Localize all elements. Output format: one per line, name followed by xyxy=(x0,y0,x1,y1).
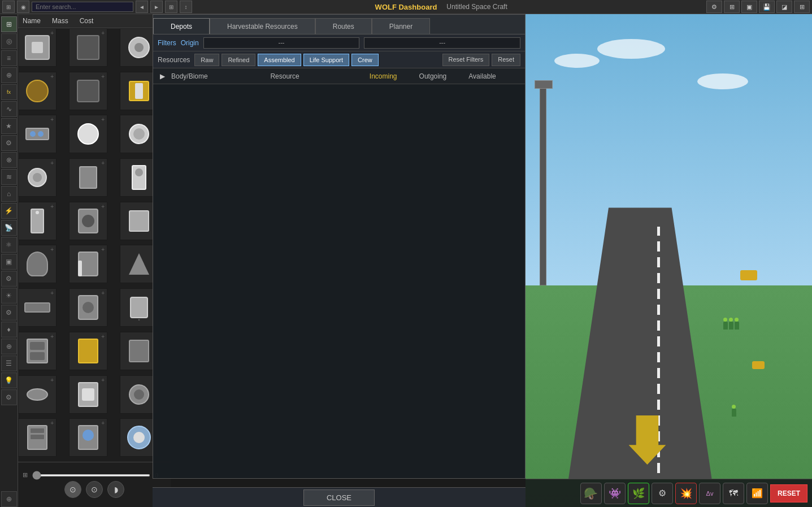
toolbar5-icon[interactable]: ⊞ xyxy=(794,1,810,13)
settings-icon[interactable]: ⚙ xyxy=(706,1,722,13)
kerbal-helmet-icon[interactable]: 🪖 xyxy=(580,483,602,504)
sort-by-name[interactable]: Name xyxy=(23,17,41,25)
sidebar-list-icon[interactable]: ☰ xyxy=(1,356,17,371)
biome-icon[interactable]: 🌿 xyxy=(628,483,649,504)
filter-life-support[interactable]: Life Support xyxy=(303,54,349,66)
part-item[interactable]: + xyxy=(18,245,57,283)
part-item[interactable]: + xyxy=(69,115,107,153)
sidebar-cog-icon[interactable]: ⚙ xyxy=(1,271,17,287)
nav-right-icon[interactable]: ► xyxy=(150,1,163,13)
signal-icon[interactable]: 📶 xyxy=(746,483,768,504)
wolf-filters-bar: Filters Origin --- --- xyxy=(153,34,525,51)
part-item[interactable]: + xyxy=(18,418,57,457)
tab-planner[interactable]: Planner xyxy=(372,18,430,34)
part-item[interactable]: + xyxy=(18,202,57,240)
kerbal-icon[interactable]: 👾 xyxy=(604,483,626,504)
nav-left-icon[interactable]: ◄ xyxy=(136,1,148,13)
sidebar-atom-icon[interactable]: ⚛ xyxy=(1,237,17,253)
sidebar-sun-icon[interactable]: ☀ xyxy=(1,288,17,304)
sidebar-parts-icon[interactable]: ⊞ xyxy=(1,16,17,32)
filter-assembled[interactable]: Assembled xyxy=(258,54,301,66)
add-part-icon: + xyxy=(101,377,105,383)
col-available[interactable]: Available xyxy=(468,72,518,80)
reset-filters-button[interactable]: Reset Filters xyxy=(442,54,490,66)
gear-bottom-icon[interactable]: ⚙ xyxy=(652,483,673,504)
filter-crew[interactable]: Crew xyxy=(351,54,379,66)
filter-raw[interactable]: Raw xyxy=(194,54,219,66)
sidebar-gear-icon[interactable]: ⚙ xyxy=(1,135,17,151)
part-item[interactable]: + xyxy=(69,72,107,110)
close-button[interactable]: CLOSE xyxy=(303,489,375,506)
sidebar-settings-icon[interactable]: ⚙ xyxy=(1,305,17,320)
part-action-btn-2[interactable]: ⊙ xyxy=(86,481,103,498)
dropdown-1[interactable]: --- xyxy=(203,37,360,49)
search-input[interactable] xyxy=(32,2,133,12)
explosion-icon[interactable]: 💥 xyxy=(675,483,697,504)
sidebar-resources-icon[interactable]: ≡ xyxy=(1,50,17,66)
origin-link[interactable]: Origin xyxy=(181,39,199,47)
parts-filter-icon[interactable]: ⊞ xyxy=(165,1,177,13)
tab-routes[interactable]: Routes xyxy=(315,18,372,34)
filter-refined[interactable]: Refined xyxy=(222,54,255,66)
sidebar-functions-icon[interactable]: ◎ xyxy=(1,33,17,49)
col-outgoing[interactable]: Outgoing xyxy=(419,72,469,80)
sidebar-home-icon[interactable]: ⌂ xyxy=(1,186,17,202)
slider-label: ⊞ xyxy=(23,471,28,479)
part-item[interactable]: + xyxy=(69,375,107,414)
add-part-icon: + xyxy=(101,116,105,123)
sort-by-mass[interactable]: Mass xyxy=(52,17,68,25)
part-item[interactable]: + xyxy=(18,375,57,414)
add-part-icon: + xyxy=(50,246,54,253)
part-item[interactable]: + xyxy=(69,245,107,283)
part-item[interactable]: + xyxy=(69,288,107,327)
toolbar2-icon[interactable]: ▣ xyxy=(741,1,757,13)
sidebar-box-icon[interactable]: ▣ xyxy=(1,254,17,270)
toolbar4-icon[interactable]: ◪ xyxy=(776,1,792,13)
add-part-icon: + xyxy=(50,290,54,296)
delta-v-icon[interactable]: Δv xyxy=(699,483,720,504)
sidebar-structural-icon[interactable]: ⊕ xyxy=(1,67,17,83)
part-item[interactable]: + xyxy=(69,202,107,240)
toolbar1-icon[interactable]: ⊞ xyxy=(724,1,740,13)
dropdown-2[interactable]: --- xyxy=(364,37,520,49)
part-item[interactable]: + xyxy=(69,418,107,457)
col-incoming[interactable]: Incoming xyxy=(370,72,419,80)
sidebar-grid-icon[interactable]: ≋ xyxy=(1,169,17,185)
part-item[interactable]: + xyxy=(69,28,107,67)
part-item[interactable]: + xyxy=(18,115,57,153)
col-body-biome[interactable]: Body/Biome xyxy=(171,72,270,80)
filters-link[interactable]: Filters xyxy=(158,39,176,47)
sidebar-bolt-icon[interactable]: ⚡ xyxy=(1,203,17,219)
sidebar-star-icon[interactable]: ★ xyxy=(1,118,17,134)
part-item[interactable]: + xyxy=(18,28,57,67)
app-icon[interactable]: ⊞ xyxy=(2,1,15,13)
sort-by-cost[interactable]: Cost xyxy=(80,17,94,25)
parts-icon[interactable]: ◉ xyxy=(17,1,29,13)
sidebar-signal-icon[interactable]: 📡 xyxy=(1,220,17,236)
sidebar-diamond-icon[interactable]: ♦ xyxy=(1,322,17,337)
size-slider[interactable] xyxy=(32,474,150,476)
map-icon[interactable]: 🗺 xyxy=(723,483,744,504)
reset-game-button[interactable]: RESET xyxy=(770,484,807,502)
sidebar-light-icon[interactable]: 💡 xyxy=(1,372,17,388)
sidebar-x-icon[interactable]: ⊗ xyxy=(1,152,17,168)
toolbar3-icon[interactable]: 💾 xyxy=(759,1,775,13)
part-action-btn-3[interactable]: ◗ xyxy=(107,481,124,498)
tab-depots[interactable]: Depots xyxy=(153,18,210,34)
sidebar-wheel-icon[interactable]: ⚙ xyxy=(1,389,17,405)
sidebar-plus-icon[interactable]: ⊕ xyxy=(1,339,17,354)
sidebar-fx-icon[interactable]: fx xyxy=(1,84,17,100)
part-item[interactable]: + xyxy=(18,72,57,110)
col-resource[interactable]: Resource xyxy=(270,72,369,80)
reset-button[interactable]: Reset xyxy=(492,54,520,66)
part-item[interactable]: + xyxy=(69,332,107,370)
sort-icon[interactable]: ↕ xyxy=(180,1,192,13)
sidebar-wave-icon[interactable]: ∿ xyxy=(1,101,17,117)
part-item[interactable]: + xyxy=(69,158,107,197)
part-action-btn-1[interactable]: ⊙ xyxy=(64,481,81,498)
sidebar-add-icon[interactable]: ⊕ xyxy=(1,491,17,507)
tab-harvestable[interactable]: Harvestable Resources xyxy=(210,18,315,34)
part-item[interactable]: + xyxy=(18,158,57,197)
part-item[interactable]: + xyxy=(18,332,57,370)
part-item[interactable]: + xyxy=(18,288,57,327)
